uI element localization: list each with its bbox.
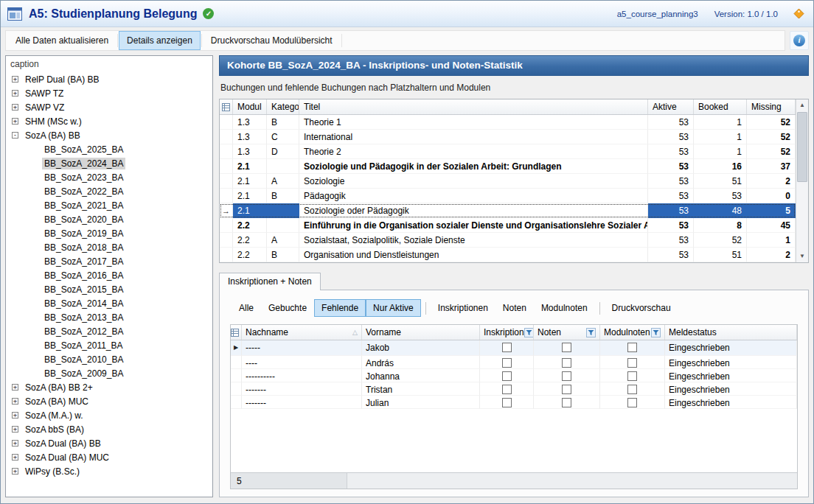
tree-item-bb-soza-2018-ba[interactable]: BB_SozA_2018_BA bbox=[6, 240, 212, 254]
tree-item-soza-dual-ba-bb[interactable]: SozA Dual (BA) BB bbox=[6, 436, 212, 450]
filter-button-alle[interactable]: Alle bbox=[232, 299, 261, 317]
tree-item-soza-m-a-w[interactable]: SozA (M.A.) w. bbox=[6, 408, 212, 422]
tree-item-bb-soza-2013-ba[interactable]: BB_SozA_2013_BA bbox=[6, 310, 212, 324]
module-row[interactable]: 2.2Einführung in die Organisation sozial… bbox=[220, 218, 796, 233]
expand-icon[interactable] bbox=[12, 454, 18, 461]
grid-selector-icon[interactable] bbox=[220, 99, 233, 114]
tree-item-shm-msc-w[interactable]: SHM (MSc w.) bbox=[6, 114, 212, 128]
column-header-kategorie[interactable]: Katego bbox=[267, 99, 299, 114]
filter-button-nur-aktive[interactable]: Nur Aktive bbox=[366, 299, 421, 317]
toolbar-button-details-anzeigen[interactable]: Details anzeigen bbox=[119, 31, 201, 50]
filter-icon[interactable] bbox=[651, 328, 661, 337]
tree-item-bb-soza-2010-ba[interactable]: BB_SozA_2010_BA bbox=[6, 352, 212, 366]
column-header-inskription[interactable]: Inskription bbox=[480, 325, 534, 340]
inskription-checkbox[interactable] bbox=[502, 385, 512, 394]
modulnoten-checkbox[interactable] bbox=[627, 385, 637, 394]
scrollbar-thumb[interactable] bbox=[797, 112, 807, 182]
info-button[interactable] bbox=[790, 31, 809, 50]
column-header-modulnoten[interactable]: Modulnoten bbox=[600, 325, 665, 340]
module-row[interactable]: 2.1Soziologie oder Pädagogik53485 bbox=[220, 203, 796, 218]
module-row[interactable]: 2.1Soziologie und Pädagogik in der Sozia… bbox=[220, 159, 796, 174]
column-header-modul[interactable]: Modul bbox=[233, 99, 267, 114]
filter-button-inskriptionen[interactable]: Inskriptionen bbox=[431, 299, 495, 317]
expand-icon[interactable] bbox=[12, 412, 18, 419]
filter-icon[interactable] bbox=[586, 328, 596, 337]
modulnoten-checkbox[interactable] bbox=[627, 343, 637, 352]
expand-icon[interactable] bbox=[12, 76, 18, 83]
filter-button-fehlende[interactable]: Fehlende bbox=[314, 299, 366, 317]
tree-item-bb-soza-2019-ba[interactable]: BB_SozA_2019_BA bbox=[6, 226, 212, 240]
expand-icon[interactable] bbox=[12, 90, 18, 97]
student-row[interactable]: -------TristanEingeschrieben bbox=[231, 382, 797, 396]
expand-icon[interactable] bbox=[12, 398, 18, 405]
tree-item-soza-ba-bb-2[interactable]: SozA (BA) BB 2+ bbox=[6, 380, 212, 394]
expand-icon[interactable] bbox=[12, 384, 18, 391]
collapse-icon[interactable] bbox=[12, 132, 18, 139]
tree-item-soza-bbs-ba[interactable]: SozA bbS (BA) bbox=[6, 422, 212, 436]
column-header-titel[interactable]: Titel bbox=[299, 99, 648, 114]
filter-button-modulnoten[interactable]: Modulnoten bbox=[534, 299, 595, 317]
tree-item-bb-soza-2012-ba[interactable]: BB_SozA_2012_BA bbox=[6, 324, 212, 338]
inskription-checkbox[interactable] bbox=[502, 358, 512, 368]
student-row[interactable]: ----AndrásEingeschrieben bbox=[231, 356, 797, 369]
column-header-missing[interactable]: Missing bbox=[747, 99, 796, 114]
module-row[interactable]: 2.1ASoziologie53512 bbox=[220, 174, 796, 189]
expand-icon[interactable] bbox=[12, 426, 18, 433]
noten-checkbox[interactable] bbox=[562, 358, 571, 368]
tree-item-bb-soza-2022-ba[interactable]: BB_SozA_2022_BA bbox=[6, 184, 212, 198]
tab-inskriptionen-noten[interactable]: Inskriptionen + Noten bbox=[219, 273, 321, 290]
tree-item-bb-soza-2015-ba[interactable]: BB_SozA_2015_BA bbox=[6, 282, 212, 296]
filter-icon[interactable] bbox=[524, 328, 534, 337]
student-row[interactable]: -------JulianEingeschrieben bbox=[231, 396, 797, 409]
module-row[interactable]: 1.3BTheorie 153152 bbox=[220, 115, 796, 130]
tree-item-bb-soza-2014-ba[interactable]: BB_SozA_2014_BA bbox=[6, 296, 212, 310]
tree-item-sawp-vz[interactable]: SAWP VZ bbox=[6, 100, 212, 114]
toolbar-button-alle-daten-aktualisieren[interactable]: Alle Daten aktualisieren bbox=[7, 31, 116, 50]
tree-item-bb-soza-2025-ba[interactable]: BB_SozA_2025_BA bbox=[6, 142, 212, 156]
column-header-vorname[interactable]: Vorname bbox=[362, 325, 480, 340]
module-row[interactable]: 2.1BPädagogik53530 bbox=[220, 189, 796, 203]
tree-item-wipsy-b-sc[interactable]: WiPsy (B.Sc.) bbox=[6, 464, 212, 478]
column-header-noten[interactable]: Noten bbox=[534, 325, 600, 340]
scroll-up-icon[interactable] bbox=[796, 99, 808, 111]
tree-item-soza-ba-bb[interactable]: SozA (BA) BB bbox=[6, 128, 212, 142]
expand-icon[interactable] bbox=[12, 104, 18, 111]
noten-checkbox[interactable] bbox=[562, 343, 571, 352]
tree-item-soza-dual-ba-muc[interactable]: SozA Dual (BA) MUC bbox=[6, 450, 212, 464]
student-row[interactable]: -----JakobEingeschrieben bbox=[231, 340, 797, 356]
tree-item-bb-soza-2016-ba[interactable]: BB_SozA_2016_BA bbox=[6, 268, 212, 282]
inskription-checkbox[interactable] bbox=[502, 398, 512, 407]
grid-selector-icon[interactable] bbox=[231, 325, 242, 340]
expand-icon[interactable] bbox=[12, 468, 18, 475]
filter-button-druckvorschau[interactable]: Druckvorschau bbox=[605, 299, 678, 317]
tree-item-bb-soza-2009-ba[interactable]: BB_SozA_2009_BA bbox=[6, 366, 212, 380]
scroll-down-icon[interactable] bbox=[796, 251, 808, 262]
tree-item-bb-soza-2020-ba[interactable]: BB_SozA_2020_BA bbox=[6, 212, 212, 226]
tree-item-relp-dual-ba-bb[interactable]: RelP Dual (BA) BB bbox=[6, 72, 212, 86]
toolbar-button-druckvorschau-modul-bersicht[interactable]: Druckvorschau Modulübersicht bbox=[203, 31, 341, 50]
column-header-aktive[interactable]: Aktive bbox=[648, 99, 694, 114]
tree-item-bb-soza-2021-ba[interactable]: BB_SozA_2021_BA bbox=[6, 198, 212, 212]
column-header-nachname[interactable]: Nachname bbox=[242, 325, 362, 340]
module-row[interactable]: 1.3DTheorie 253152 bbox=[220, 144, 796, 159]
module-row[interactable]: 2.2ASozialstaat, Sozialpolitik, Soziale … bbox=[220, 233, 796, 248]
column-header-meldestatus[interactable]: Meldestatus bbox=[665, 325, 797, 340]
noten-checkbox[interactable] bbox=[562, 385, 571, 394]
student-row[interactable]: ----------JohannaEingeschrieben bbox=[231, 369, 797, 382]
inskription-checkbox[interactable] bbox=[502, 343, 512, 352]
noten-checkbox[interactable] bbox=[562, 398, 571, 407]
filter-button-noten[interactable]: Noten bbox=[495, 299, 534, 317]
tree-item-bb-soza-2011-ba[interactable]: BB_SozA_2011_BA bbox=[6, 338, 212, 352]
modulnoten-checkbox[interactable] bbox=[627, 371, 637, 381]
tree-item-sawp-tz[interactable]: SAWP TZ bbox=[6, 86, 212, 100]
filter-button-gebuchte[interactable]: Gebuchte bbox=[261, 299, 314, 317]
expand-icon[interactable] bbox=[12, 440, 18, 447]
module-table-scrollbar[interactable] bbox=[796, 99, 808, 262]
tree-item-bb-soza-2023-ba[interactable]: BB_SozA_2023_BA bbox=[6, 170, 212, 184]
module-row[interactable]: 1.3CInternational53152 bbox=[220, 130, 796, 144]
module-row[interactable]: 2.2BOrganisation und Dienstleistungen535… bbox=[220, 248, 796, 262]
tree-item-soza-ba-muc[interactable]: SozA (BA) MUC bbox=[6, 394, 212, 408]
expand-icon[interactable] bbox=[12, 118, 18, 125]
column-header-booked[interactable]: Booked bbox=[694, 99, 747, 114]
tree-item-bb-soza-2024-ba[interactable]: BB_SozA_2024_BA bbox=[6, 156, 212, 170]
